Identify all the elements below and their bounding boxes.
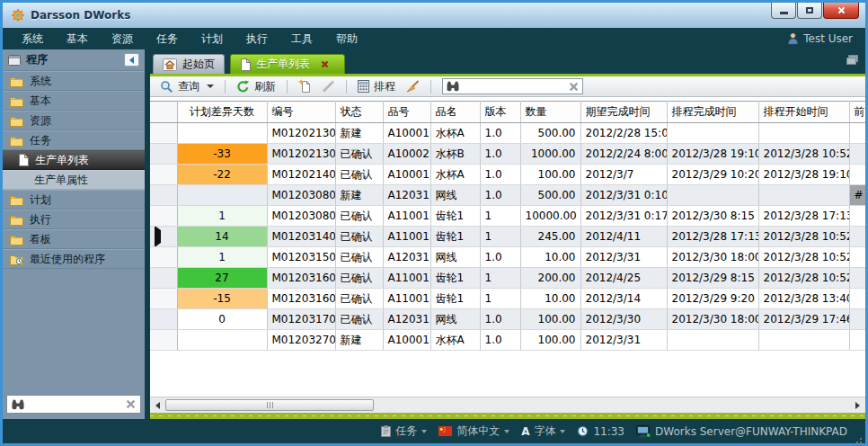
cell-expect[interactable]: 2012/3/31 [580,247,667,268]
cell-code[interactable]: M012031501 [267,247,335,268]
cell-sched_start[interactable]: 2012/3/28 10:52 [758,227,849,247]
new-document-icon[interactable] [296,79,314,94]
cell-sched_start[interactable]: 2012/3/28 17:13 [758,206,849,227]
cell-item_no[interactable]: A11001 [383,289,430,309]
cell-version[interactable]: 1.0 [480,309,520,330]
cell-item_no[interactable]: A12031 [383,185,430,206]
cell-extra[interactable] [849,330,865,351]
cell-expect[interactable]: 2012/3/31 0:17 [580,206,667,227]
column-header-11[interactable]: 前 [849,102,865,123]
cell-item_no[interactable]: A10001 [383,123,430,144]
cell-code[interactable]: M012021401 [267,165,335,185]
cell-expect[interactable]: 2012/4/25 [580,268,667,289]
row-header-cell[interactable] [150,289,177,309]
row-header-cell[interactable] [150,123,177,144]
sidebar-item-4[interactable]: 任务 [3,130,145,150]
cell-diff[interactable] [177,123,267,144]
menu-item-1[interactable]: 系统 [10,28,55,49]
cell-qty[interactable]: 245.00 [520,227,580,247]
user-indicator[interactable]: Test User [787,32,858,45]
cell-expect[interactable]: 2012/3/30 [580,309,667,330]
cell-sched_start[interactable]: 2012/3/28 10:52 [758,247,849,268]
cell-code[interactable]: M012031602 [267,289,335,309]
cell-diff[interactable]: 0 [177,309,267,330]
resize-grip[interactable] [860,438,862,440]
cell-version[interactable]: 1.0 [480,123,520,144]
cell-sched_start[interactable] [758,123,849,144]
menu-item-8[interactable]: 帮助 [324,28,369,49]
cell-sched_end[interactable] [667,330,758,351]
cell-extra[interactable] [849,247,865,268]
cell-item_no[interactable]: A10002 [383,144,430,165]
cell-diff[interactable]: 1 [177,247,267,268]
tab-list-icon[interactable] [846,55,858,65]
row-header-cell[interactable] [150,309,177,330]
cell-qty[interactable]: 1000.00 [520,144,580,165]
menu-item-2[interactable]: 基本 [55,28,100,49]
cell-item_name[interactable]: 齿轮1 [430,227,480,247]
cell-sched_start[interactable]: 2012/3/28 10:52 [758,144,849,165]
cell-version[interactable]: 1.0 [480,247,520,268]
column-header-1[interactable]: 计划差异天数 [177,102,267,123]
cell-item_no[interactable]: A11001 [383,268,430,289]
cell-version[interactable]: 1 [480,227,520,247]
column-header-6[interactable]: 版本 [480,102,520,123]
cell-version[interactable]: 1.0 [480,330,520,351]
cell-expect[interactable]: 2012/3/31 [580,330,667,351]
row-header-cell[interactable] [150,206,177,227]
restore-button[interactable] [797,3,822,19]
cell-item_name[interactable]: 水杯A [430,330,480,351]
menu-item-7[interactable]: 工具 [279,28,324,49]
tab-1[interactable]: 起始页 [153,54,225,74]
scroll-right-arrow-icon[interactable] [855,402,860,409]
cell-item_name[interactable]: 水杯A [430,123,480,144]
cell-sched_start[interactable]: 2012/3/28 13:40 [758,289,849,309]
clear-search-icon[interactable] [126,399,136,409]
cell-sched_start[interactable] [758,330,849,351]
menu-item-3[interactable]: 资源 [100,28,145,49]
cell-qty[interactable]: 500.00 [520,185,580,206]
row-header-cell[interactable] [150,247,177,268]
cell-diff[interactable]: -15 [177,289,267,309]
cell-status[interactable]: 新建 [335,123,383,144]
cell-qty[interactable]: 10.00 [520,247,580,268]
font-menu[interactable]: A 字体 [521,424,565,439]
clear-search-icon[interactable] [569,82,579,92]
cell-status[interactable]: 已确认 [335,165,383,185]
row-header-cell[interactable] [150,268,177,289]
cell-item_name[interactable]: 网线 [430,185,480,206]
cell-code[interactable]: M012031402 [267,227,335,247]
column-header-4[interactable]: 品号 [383,102,430,123]
cell-sched_start[interactable] [758,185,849,206]
sidebar-item-5[interactable]: 生产单列表 [3,150,145,170]
table-row[interactable]: M012021301新建A10001水杯A1.0500.002012/2/28 … [150,123,865,144]
cell-sched_end[interactable]: 2012/3/29 8:15 [667,268,758,289]
cell-item_no[interactable]: A12031 [383,309,430,330]
cell-diff[interactable]: 1 [177,206,267,227]
menu-item-6[interactable]: 执行 [235,28,279,49]
cell-expect[interactable]: 2012/3/7 [580,165,667,185]
cell-code[interactable]: M012031701 [267,309,335,330]
cell-sched_end[interactable] [667,123,758,144]
cell-item_name[interactable]: 网线 [430,309,480,330]
column-header-8[interactable]: 期望完成时间 [580,102,667,123]
refresh-button[interactable]: 刷新 [234,79,279,94]
cell-code[interactable]: M012021302 [267,144,335,165]
cell-version[interactable]: 1 [480,268,520,289]
sidebar-item-1[interactable]: 系统 [3,71,145,91]
cell-version[interactable]: 1.0 [480,185,520,206]
table-row[interactable]: 14M012031402已确认A11001齿轮11245.002012/4/11… [150,227,865,247]
cell-sched_end[interactable]: 2012/3/29 9:20 [667,289,758,309]
horizontal-scrollbar[interactable] [150,397,865,413]
sidebar-item-7[interactable]: 计划 [3,190,145,210]
minimize-button[interactable] [771,3,796,19]
cell-item_no[interactable]: A10001 [383,165,430,185]
sidebar-collapse-button[interactable] [124,53,139,67]
cell-extra[interactable] [849,144,865,165]
cell-version[interactable]: 1 [480,206,520,227]
cell-extra[interactable] [849,206,865,227]
cell-expect[interactable]: 2012/2/28 15:00 [580,123,667,144]
cell-item_name[interactable]: 网线 [430,247,480,268]
cell-extra[interactable] [849,289,865,309]
cell-sched_end[interactable]: 2012/3/28 19:10 [667,144,758,165]
